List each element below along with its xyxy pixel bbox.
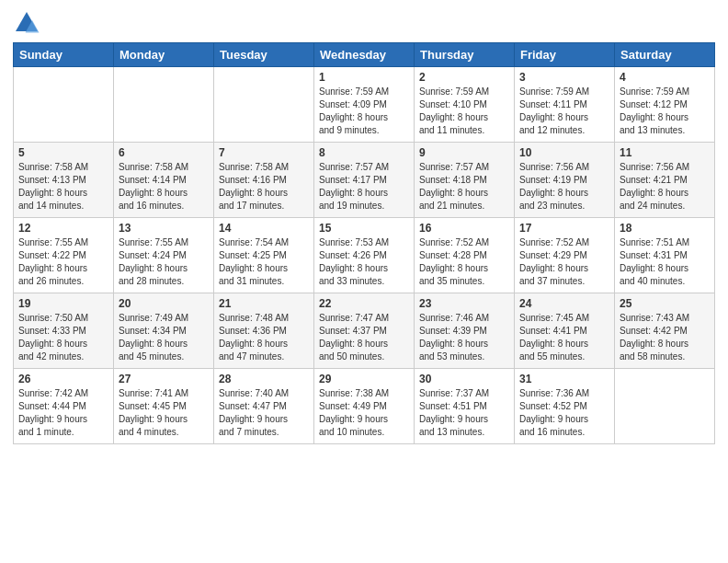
day-cell: 31Sunrise: 7:36 AM Sunset: 4:52 PM Dayli… <box>515 369 615 444</box>
day-detail: Sunrise: 7:45 AM Sunset: 4:41 PM Dayligh… <box>519 312 609 363</box>
day-cell: 15Sunrise: 7:53 AM Sunset: 4:26 PM Dayli… <box>314 218 415 293</box>
day-detail: Sunrise: 7:59 AM Sunset: 4:12 PM Dayligh… <box>620 86 710 137</box>
day-cell: 26Sunrise: 7:42 AM Sunset: 4:44 PM Dayli… <box>14 369 114 444</box>
day-number: 21 <box>219 297 309 310</box>
day-cell: 5Sunrise: 7:58 AM Sunset: 4:13 PM Daylig… <box>14 143 114 218</box>
day-cell <box>114 67 214 143</box>
day-cell: 29Sunrise: 7:38 AM Sunset: 4:49 PM Dayli… <box>314 369 415 444</box>
day-cell: 3Sunrise: 7:59 AM Sunset: 4:11 PM Daylig… <box>515 67 615 143</box>
day-number: 2 <box>419 71 509 84</box>
day-number: 29 <box>319 373 409 385</box>
day-number: 13 <box>119 222 209 235</box>
day-detail: Sunrise: 7:42 AM Sunset: 4:44 PM Dayligh… <box>18 387 108 439</box>
day-cell: 25Sunrise: 7:43 AM Sunset: 4:42 PM Dayli… <box>615 293 715 369</box>
day-number: 23 <box>419 297 509 310</box>
day-cell: 4Sunrise: 7:59 AM Sunset: 4:12 PM Daylig… <box>615 67 715 143</box>
day-cell: 13Sunrise: 7:55 AM Sunset: 4:24 PM Dayli… <box>114 218 214 293</box>
day-cell <box>14 67 114 143</box>
day-cell <box>214 67 314 143</box>
day-cell: 9Sunrise: 7:57 AM Sunset: 4:18 PM Daylig… <box>415 143 515 218</box>
week-row-3: 12Sunrise: 7:55 AM Sunset: 4:22 PM Dayli… <box>14 218 715 293</box>
day-number: 4 <box>620 71 710 84</box>
week-row-2: 5Sunrise: 7:58 AM Sunset: 4:13 PM Daylig… <box>14 143 715 218</box>
day-cell: 21Sunrise: 7:48 AM Sunset: 4:36 PM Dayli… <box>214 293 314 369</box>
day-header-friday: Friday <box>515 43 615 67</box>
day-detail: Sunrise: 7:41 AM Sunset: 4:45 PM Dayligh… <box>119 387 209 439</box>
day-header-thursday: Thursday <box>415 43 515 67</box>
day-detail: Sunrise: 7:57 AM Sunset: 4:17 PM Dayligh… <box>319 161 409 213</box>
day-cell: 10Sunrise: 7:56 AM Sunset: 4:19 PM Dayli… <box>515 143 615 218</box>
day-detail: Sunrise: 7:59 AM Sunset: 4:11 PM Dayligh… <box>519 86 609 137</box>
day-detail: Sunrise: 7:47 AM Sunset: 4:37 PM Dayligh… <box>319 312 409 363</box>
day-detail: Sunrise: 7:54 AM Sunset: 4:25 PM Dayligh… <box>219 236 309 288</box>
day-number: 24 <box>519 297 609 310</box>
day-number: 12 <box>18 222 108 235</box>
day-number: 1 <box>319 71 409 84</box>
day-number: 31 <box>519 373 609 385</box>
day-number: 28 <box>219 373 309 385</box>
day-number: 11 <box>620 146 710 159</box>
day-cell: 8Sunrise: 7:57 AM Sunset: 4:17 PM Daylig… <box>314 143 415 218</box>
day-detail: Sunrise: 7:55 AM Sunset: 4:24 PM Dayligh… <box>119 236 209 288</box>
day-cell: 12Sunrise: 7:55 AM Sunset: 4:22 PM Dayli… <box>14 218 114 293</box>
day-detail: Sunrise: 7:59 AM Sunset: 4:10 PM Dayligh… <box>419 86 509 137</box>
calendar-table: SundayMondayTuesdayWednesdayThursdayFrid… <box>13 42 715 444</box>
day-detail: Sunrise: 7:37 AM Sunset: 4:51 PM Dayligh… <box>419 387 509 439</box>
day-detail: Sunrise: 7:56 AM Sunset: 4:19 PM Dayligh… <box>519 161 609 213</box>
day-detail: Sunrise: 7:57 AM Sunset: 4:18 PM Dayligh… <box>419 161 509 213</box>
day-number: 26 <box>18 373 108 385</box>
day-number: 9 <box>419 146 509 159</box>
day-number: 16 <box>419 222 509 235</box>
day-detail: Sunrise: 7:38 AM Sunset: 4:49 PM Dayligh… <box>319 387 409 439</box>
logo <box>13 9 44 37</box>
day-detail: Sunrise: 7:58 AM Sunset: 4:14 PM Dayligh… <box>119 161 209 213</box>
day-cell: 17Sunrise: 7:52 AM Sunset: 4:29 PM Dayli… <box>515 218 615 293</box>
day-detail: Sunrise: 7:43 AM Sunset: 4:42 PM Dayligh… <box>620 312 710 363</box>
day-number: 14 <box>219 222 309 235</box>
day-number: 22 <box>319 297 409 310</box>
day-detail: Sunrise: 7:40 AM Sunset: 4:47 PM Dayligh… <box>219 387 309 439</box>
day-header-saturday: Saturday <box>615 43 715 67</box>
day-detail: Sunrise: 7:48 AM Sunset: 4:36 PM Dayligh… <box>219 312 309 363</box>
day-number: 25 <box>620 297 710 310</box>
day-header-tuesday: Tuesday <box>214 43 314 67</box>
day-detail: Sunrise: 7:52 AM Sunset: 4:28 PM Dayligh… <box>419 236 509 288</box>
day-detail: Sunrise: 7:49 AM Sunset: 4:34 PM Dayligh… <box>119 312 209 363</box>
day-detail: Sunrise: 7:56 AM Sunset: 4:21 PM Dayligh… <box>620 161 710 213</box>
day-detail: Sunrise: 7:51 AM Sunset: 4:31 PM Dayligh… <box>620 236 710 288</box>
day-detail: Sunrise: 7:36 AM Sunset: 4:52 PM Dayligh… <box>519 387 609 439</box>
day-number: 5 <box>18 146 108 159</box>
day-cell: 6Sunrise: 7:58 AM Sunset: 4:14 PM Daylig… <box>114 143 214 218</box>
day-number: 18 <box>620 222 710 235</box>
day-cell: 7Sunrise: 7:58 AM Sunset: 4:16 PM Daylig… <box>214 143 314 218</box>
day-number: 19 <box>18 297 108 310</box>
day-header-sunday: Sunday <box>14 43 114 67</box>
day-cell: 18Sunrise: 7:51 AM Sunset: 4:31 PM Dayli… <box>615 218 715 293</box>
day-cell: 23Sunrise: 7:46 AM Sunset: 4:39 PM Dayli… <box>415 293 515 369</box>
day-number: 15 <box>319 222 409 235</box>
day-detail: Sunrise: 7:46 AM Sunset: 4:39 PM Dayligh… <box>419 312 509 363</box>
day-cell: 19Sunrise: 7:50 AM Sunset: 4:33 PM Dayli… <box>14 293 114 369</box>
day-cell: 14Sunrise: 7:54 AM Sunset: 4:25 PM Dayli… <box>214 218 314 293</box>
day-number: 20 <box>119 297 209 310</box>
day-number: 7 <box>219 146 309 159</box>
day-cell: 1Sunrise: 7:59 AM Sunset: 4:09 PM Daylig… <box>314 67 415 143</box>
day-cell: 27Sunrise: 7:41 AM Sunset: 4:45 PM Dayli… <box>114 369 214 444</box>
day-number: 30 <box>419 373 509 385</box>
day-cell <box>615 369 715 444</box>
day-cell: 2Sunrise: 7:59 AM Sunset: 4:10 PM Daylig… <box>415 67 515 143</box>
day-detail: Sunrise: 7:58 AM Sunset: 4:13 PM Dayligh… <box>18 161 108 213</box>
day-detail: Sunrise: 7:58 AM Sunset: 4:16 PM Dayligh… <box>219 161 309 213</box>
day-number: 10 <box>519 146 609 159</box>
day-number: 17 <box>519 222 609 235</box>
day-header-monday: Monday <box>114 43 214 67</box>
header-row: SundayMondayTuesdayWednesdayThursdayFrid… <box>14 43 715 67</box>
day-detail: Sunrise: 7:59 AM Sunset: 4:09 PM Dayligh… <box>319 86 409 137</box>
day-number: 27 <box>119 373 209 385</box>
day-cell: 30Sunrise: 7:37 AM Sunset: 4:51 PM Dayli… <box>415 369 515 444</box>
day-cell: 20Sunrise: 7:49 AM Sunset: 4:34 PM Dayli… <box>114 293 214 369</box>
week-row-4: 19Sunrise: 7:50 AM Sunset: 4:33 PM Dayli… <box>14 293 715 369</box>
logo-icon <box>13 9 40 37</box>
day-detail: Sunrise: 7:53 AM Sunset: 4:26 PM Dayligh… <box>319 236 409 288</box>
day-detail: Sunrise: 7:50 AM Sunset: 4:33 PM Dayligh… <box>18 312 108 363</box>
